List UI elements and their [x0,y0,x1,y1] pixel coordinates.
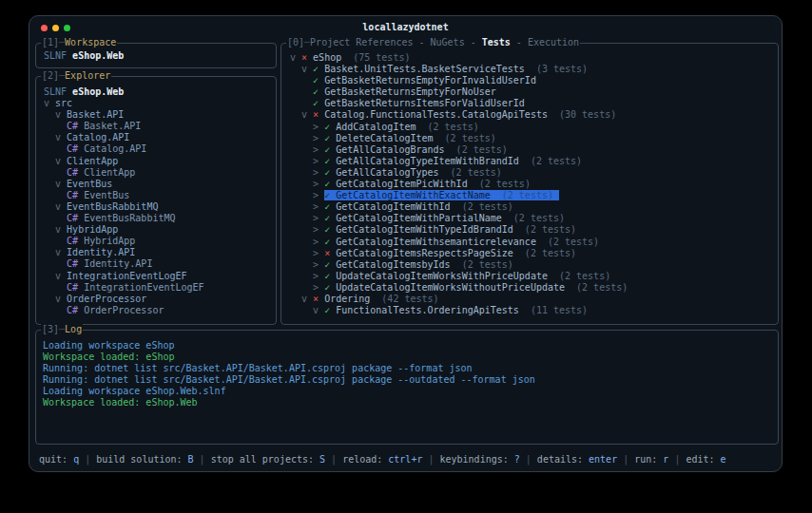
explorer-item[interactable]: C# Basket.API [44,121,275,132]
solution-filter-icon: SLNF [44,86,72,97]
test-pass-icon: ✓ [324,122,336,132]
test-count: (2 tests) [451,201,513,212]
explorer-item[interactable]: C# OrderProcessor [44,305,275,316]
expander-icon[interactable]: v [44,98,55,108]
expander-icon[interactable]: v [55,201,67,212]
explorer-tree: SLNF eShop.Webv src v Basket.API C# Bask… [37,78,275,323]
explorer-item[interactable]: C# EventBusRabbitMQ [44,213,275,224]
expander-icon[interactable]: v [301,64,313,74]
expander-icon[interactable]: v [55,109,67,120]
explorer-item[interactable]: v IntegrationEventLogEF [44,271,275,282]
explorer-item[interactable]: C# ClientApp [44,167,275,179]
expander-icon[interactable]: v [55,224,67,235]
test-item[interactable]: > ✓ GetCatalogItemWithTypeIdBrandId (2 t… [290,224,777,236]
expander-icon[interactable]: v [301,109,313,120]
expander-icon[interactable]: > [313,144,324,155]
explorer-item[interactable]: v EventBusRabbitMQ [44,201,275,213]
expander-icon[interactable]: > [313,167,324,178]
keybind-hint-label: run: [634,454,663,465]
expander-icon[interactable]: > [313,237,324,247]
test-item[interactable]: v ✓ Basket.UnitTests.BasketServiceTests … [290,64,777,75]
test-item[interactable]: > × GetCatalogItemsRespectsPageSize (2 t… [290,248,777,259]
test-pass-icon: ✓ [324,144,336,155]
expander-icon[interactable]: > [313,133,324,143]
workspace-item[interactable]: SLNF eShop.Web [44,50,275,62]
explorer-item-label: Basket.API [84,121,141,131]
test-item[interactable]: > ✓ UpdateCatalogItemWorksWithPriceUpdat… [290,271,777,282]
test-item[interactable]: > ✓ GetAllCatalogBrands (2 tests) [290,144,777,156]
test-name: GetCatalogItemWithExactName [336,190,491,200]
expander-icon[interactable]: > [313,213,324,223]
explorer-item[interactable]: C# HybridApp [44,236,275,247]
test-item[interactable]: > ✓ GetAllCatalogTypeItemWithBrandId (2 … [290,156,777,167]
test-item[interactable]: v ✓ FunctionalTests.OrderingApiTests (11… [290,305,777,316]
test-item[interactable]: > ✓ AddCatalogItem (2 tests) [290,122,777,133]
statusbar: quit: q | build solution: B | stop all p… [39,454,772,466]
explorer-item[interactable]: v Catalog.API [44,132,275,143]
test-name: GetAllCatalogTypeItemWithBrandId [336,156,519,166]
test-fail-icon: × [324,248,336,258]
test-item[interactable]: v × eShop (75 tests) [290,52,777,64]
test-item[interactable]: v × Ordering (42 tests) [290,294,777,305]
test-item[interactable]: > ✓ GetCatalogItemWithExactName (2 tests… [290,190,777,201]
expander-icon[interactable]: > [313,282,324,293]
explorer-item[interactable]: C# IntegrationEventLogEF [44,282,275,294]
test-name: GetCatalogItemsbyIds [336,259,450,270]
expander-icon[interactable]: > [313,122,324,132]
expander-icon[interactable]: v [290,52,301,63]
expander-icon[interactable]: v [55,156,67,166]
test-item[interactable]: > ✓ GetCatalogItemsbyIds (2 tests) [290,259,777,271]
expander-icon[interactable]: > [313,190,324,200]
test-item[interactable]: > ✓ UpdateCatalogItemWorksWithoutPriceUp… [290,282,777,294]
csharp-project-icon: C# [67,143,84,154]
explorer-item[interactable]: v ClientApp [44,156,275,167]
expander-icon[interactable]: > [313,271,324,281]
explorer-item[interactable]: v HybridApp [44,224,275,236]
expander-icon[interactable]: v [55,132,67,142]
test-item[interactable]: ✓ GetBasketReturnsEmptyForNoUser [290,86,777,98]
test-name: Catalog.FunctionalTests.CatalogApiTests [324,109,548,120]
test-item[interactable]: > ✓ GetCatalogItemWithId (2 tests) [290,201,777,213]
explorer-item[interactable]: SLNF eShop.Web [44,86,275,98]
expander-icon[interactable]: > [313,248,324,258]
expander-icon[interactable]: v [301,294,313,304]
tests-tree: v × eShop (75 tests) v ✓ Basket.UnitTest… [282,45,777,323]
explorer-item[interactable]: C# EventBus [44,190,275,201]
test-item[interactable]: > ✓ GetCatalogItemWithsemanticrelevance … [290,237,777,248]
test-count: (2 tests) [536,237,599,247]
expander-icon[interactable]: > [313,179,324,189]
expander-icon[interactable]: > [313,201,324,212]
keybind-hint-label: reload: [342,454,388,465]
expander-icon[interactable]: v [55,294,67,304]
test-item[interactable]: > ✓ GetCatalogItemPicWithId (2 tests) [290,179,777,190]
test-name: GetAllCatalogBrands [336,144,444,155]
test-item[interactable]: v × Catalog.FunctionalTests.CatalogApiTe… [290,109,777,121]
test-item[interactable]: ✓ GetBasketReturnsItemsForValidUserId [290,98,777,109]
test-item[interactable]: ✓ GetBasketReturnsEmptyForInvalidUserId [290,75,777,86]
expander-icon[interactable]: v [55,271,67,281]
explorer-item[interactable]: C# Catalog.API [44,143,275,155]
explorer-item[interactable]: v Identity.API [44,247,275,258]
expander-icon[interactable]: > [313,259,324,270]
expander-icon[interactable]: v [55,179,67,189]
keybind-hint-key: ctrl+r [388,454,422,465]
test-item[interactable]: > ✓ GetCatalogItemWithPartialName (2 tes… [290,213,777,224]
explorer-item[interactable]: v EventBus [44,179,275,190]
expander-icon[interactable]: v [313,305,324,315]
test-pass-icon: ✓ [324,237,336,247]
keybind-hint-stop-all-projects: stop all projects: S [211,454,325,465]
explorer-item[interactable]: v src [44,98,275,109]
test-count: (75 tests) [341,52,410,63]
expander-icon[interactable]: v [55,247,67,257]
test-pass-icon: ✓ [324,179,336,189]
test-item[interactable]: > ✓ DeleteCatalogItem (2 tests) [290,133,777,144]
test-name: DeleteCatalogItem [336,133,433,143]
explorer-item[interactable]: v Basket.API [44,109,275,121]
keybind-hint-label: stop all projects: [211,454,319,465]
expander-icon[interactable]: > [313,156,324,166]
explorer-item[interactable]: v OrderProcessor [44,294,275,305]
explorer-item[interactable]: C# Identity.API [44,258,275,270]
test-item[interactable]: > ✓ GetAllCatalogTypes (2 tests) [290,167,777,179]
keybind-hint-build-solution: build solution: B [96,454,193,465]
expander-icon[interactable]: > [313,224,324,235]
